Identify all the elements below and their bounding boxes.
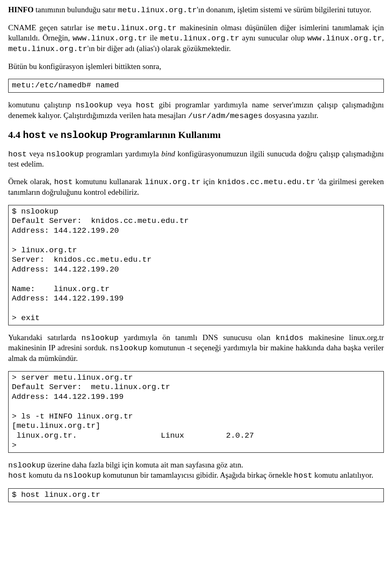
text: veya: [113, 100, 136, 109]
paragraph-config-done: Bütün bu konfigürasyon işlemleri bittikt…: [8, 62, 384, 72]
text: komutu anlatılıyor.: [312, 471, 373, 479]
code-host: $ host linux.org.tr: [8, 488, 384, 502]
text: 'ın donanım, işletim sistemi ve sürüm bi…: [197, 5, 371, 14]
text: ,: [382, 33, 384, 42]
text: nslookup: [81, 334, 118, 343]
text: /usr/adm/mesages: [188, 111, 263, 120]
text: metu.linux.org.tr: [118, 6, 197, 15]
text: www.linux.org.tr: [73, 34, 147, 43]
text: CNAME geçen satırlar ise: [8, 23, 98, 32]
text: metu.linux.org.tr: [98, 24, 177, 33]
paragraph-hinfo: HINFO tanımının bulunduğu satır metu.lin…: [8, 5, 384, 16]
code-nslookup-server: > server metu.linux.org.tr Default Serve…: [8, 371, 384, 453]
text: nslookup: [60, 130, 107, 141]
text: 'ın bir diğer adı (alias'ı) olarak gözük…: [87, 44, 231, 53]
text: nslookup: [47, 150, 84, 159]
paragraph-example: Örnek olarak, host komutunu kullanarak l…: [8, 177, 384, 197]
text: nslookup: [64, 471, 101, 480]
text: veya: [27, 149, 47, 158]
text: komutu da: [27, 471, 64, 479]
text: Programlarının Kullanımı: [107, 129, 220, 140]
text: tanımının bulunduğu satır: [33, 5, 118, 14]
text: aynı sunucular olup: [239, 33, 307, 42]
text: host: [294, 471, 312, 480]
text: dosyasına yazılır.: [263, 111, 318, 120]
text: HINFO: [8, 5, 33, 14]
text: 4.4: [8, 129, 23, 140]
text: nslookup: [110, 344, 147, 353]
text: nslookup: [76, 101, 113, 110]
paragraph-host-explain: host komutu da nslookup komutunun bir ta…: [8, 470, 384, 481]
paragraph-nslookup-explain: Yukarıdaki satırlarda nslookup yardımıyl…: [8, 333, 384, 364]
text: host: [8, 471, 27, 480]
code-nslookup-session: $ nslookup Default Server: knidos.cc.met…: [8, 205, 384, 325]
text: knidos.cc.metu.edu.tr: [217, 178, 315, 187]
paragraph-cname: CNAME geçen satırlar ise metu.linux.org.…: [8, 23, 384, 54]
text: üzerine daha fazla bilgi için komuta ait…: [45, 461, 243, 469]
text: komutunun bir tamamlayıcısı gibidir. Aşa…: [101, 471, 294, 479]
text: www.linux.org.tr: [307, 34, 382, 43]
text: komutunu kullanarak: [73, 177, 145, 186]
text: bind: [161, 149, 175, 158]
text: ve: [47, 129, 61, 140]
text: ile: [147, 33, 160, 42]
text: host: [136, 101, 155, 110]
text: nslookup: [8, 461, 45, 470]
code-named: metu:/etc/namedb# named: [8, 79, 384, 93]
paragraph-nslookup-man: nslookup üzerine daha fazla bilgi için k…: [8, 460, 384, 471]
text: knidos: [276, 334, 303, 343]
text: linux.org.tr: [145, 178, 200, 187]
text: Yukarıdaki satırlarda: [8, 333, 81, 342]
text: Örnek olarak,: [8, 177, 54, 186]
text: yardımıyla ön tanımlı DNS sunucusu olan: [118, 333, 275, 342]
section-heading: 4.4 host ve nslookup Programlarının Kull…: [8, 129, 384, 142]
text: programları yardımıyla: [84, 149, 161, 158]
text: komutunu çalıştırıp: [8, 100, 76, 109]
text: metu.linux.org.tr: [160, 34, 239, 43]
text: için: [200, 177, 217, 186]
paragraph-nslookup-host: komutunu çalıştırıp nslookup veya host g…: [8, 100, 384, 121]
paragraph-bind-test: host veya nslookup programları yardımıyl…: [8, 149, 384, 169]
text: host: [54, 178, 73, 187]
text: host: [8, 150, 27, 159]
text: host: [23, 130, 47, 141]
text: metu.linux.org.tr: [8, 45, 87, 53]
